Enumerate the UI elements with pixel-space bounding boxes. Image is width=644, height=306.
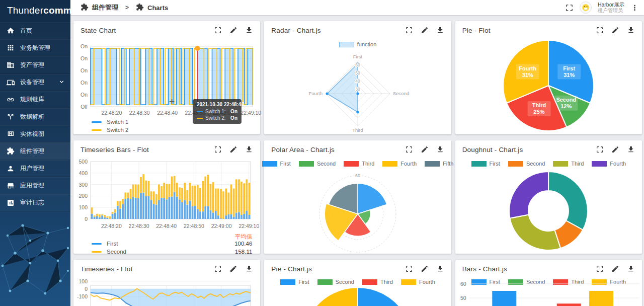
- edit-button[interactable]: [611, 265, 619, 273]
- timeseries-plot[interactable]: 1000-100: [73, 278, 260, 306]
- legend-label: Switch 1: [107, 119, 128, 125]
- sidebar-item-7[interactable]: 组件管理: [0, 142, 70, 160]
- fullscreen-button[interactable]: [596, 26, 604, 34]
- topbar: 组件管理 > Charts Harbor展示 租户管理员: [70, 0, 644, 15]
- dashboard-grid: State Chart OnOnOnOnOnOff22:48:2022:48:3…: [70, 15, 644, 306]
- edit-button[interactable]: [421, 145, 429, 154]
- download-button[interactable]: [436, 265, 444, 273]
- legend-item[interactable]: First: [280, 279, 309, 285]
- legend-item[interactable]: Third: [344, 161, 374, 167]
- legend-label: Third: [571, 161, 584, 167]
- sidebar-item-4[interactable]: 规则链库: [0, 91, 70, 108]
- axis-tick-label: 50: [455, 295, 466, 301]
- edit-button[interactable]: [229, 145, 237, 154]
- doughnut-plot[interactable]: FirstSecondThirdFourth: [455, 159, 642, 254]
- state-chart-tooltip: 2021-10-30 22:48:48Switch 1:OnSwitch 2:O…: [193, 99, 242, 124]
- user-menu[interactable]: Harbor展示 租户管理员: [598, 2, 624, 14]
- fullscreen-button[interactable]: [565, 4, 574, 12]
- fullscreen-button[interactable]: [214, 145, 222, 154]
- fullscreen-button[interactable]: [214, 26, 222, 34]
- legend-item[interactable]: Second: [299, 161, 336, 167]
- sidebar-item-6[interactable]: 实体视图: [0, 125, 70, 142]
- breadcrumb-item-components[interactable]: 组件管理: [80, 3, 118, 13]
- legend-swatch: [280, 279, 295, 285]
- download-button[interactable]: [245, 26, 253, 34]
- download-button[interactable]: [245, 145, 253, 154]
- axis-tick-label: On: [74, 55, 88, 61]
- sidebar-item-5[interactable]: 数据解析: [0, 108, 70, 125]
- timeseries-bars-plot[interactable]: 010020030040050022:48:2022:48:3022:48:40…: [73, 159, 260, 254]
- sidebar-item-label: 数据解析: [20, 113, 44, 121]
- legend-swatch: [339, 42, 354, 47]
- legend-item[interactable]: Fourth: [592, 161, 626, 167]
- edit-button[interactable]: [229, 26, 237, 34]
- svg-text:Second: Second: [393, 91, 409, 96]
- card-doughnut: Doughnut - Chart.js FirstSecondThirdFour…: [455, 140, 642, 254]
- legend-swatch: [317, 279, 333, 285]
- svg-text:First: First: [353, 54, 363, 59]
- card-title: Timeseries Bars - Flot: [80, 146, 149, 154]
- legend-item[interactable]: Second: [317, 279, 354, 285]
- pie-flot-plot[interactable]: First31%Second12%Third25%Fourth31%: [455, 39, 642, 134]
- fullscreen-button[interactable]: [596, 265, 604, 273]
- edit-button[interactable]: [421, 265, 429, 273]
- axis-tick-label: Off: [74, 104, 88, 110]
- fullscreen-icon: [405, 26, 413, 34]
- download-icon: [436, 145, 444, 154]
- fullscreen-icon: [596, 145, 604, 154]
- svg-text:31%: 31%: [522, 72, 533, 78]
- legend-item[interactable]: Second: [508, 161, 545, 167]
- split-icon: [7, 113, 15, 121]
- legend-item[interactable]: First: [471, 161, 500, 167]
- download-button[interactable]: [627, 145, 635, 154]
- sidebar-item-9[interactable]: 应用管理: [0, 177, 70, 194]
- sidebar-item-0[interactable]: 首页: [0, 22, 70, 39]
- state-chart-plot[interactable]: OnOnOnOnOnOff22:48:2022:48:3022:48:4022:…: [73, 39, 260, 134]
- sidebar-item-3[interactable]: 设备管理: [0, 74, 70, 91]
- legend-item[interactable]: Third: [362, 279, 393, 285]
- link-icon: [7, 96, 15, 104]
- download-button[interactable]: [436, 26, 444, 34]
- breadcrumb-item-charts[interactable]: Charts: [136, 3, 168, 13]
- legend-item[interactable]: First: [262, 161, 291, 167]
- fullscreen-button[interactable]: [405, 145, 413, 154]
- fullscreen-button[interactable]: [405, 26, 413, 34]
- download-button[interactable]: [627, 26, 635, 34]
- edit-button[interactable]: [229, 265, 237, 273]
- svg-text:50: 50: [355, 70, 360, 75]
- chevron-down-icon: [58, 78, 65, 86]
- legend-label: Switch 2: [107, 127, 128, 133]
- bars-chartjs-plot[interactable]: FirstSecondThirdFourth6050: [455, 278, 642, 306]
- svg-text:Fourth: Fourth: [519, 65, 537, 71]
- legend-swatch: [92, 121, 102, 123]
- download-button[interactable]: [436, 145, 444, 154]
- legend-item[interactable]: Fourth: [401, 279, 435, 285]
- avatar[interactable]: [580, 2, 592, 14]
- legend-item[interactable]: Fifth: [425, 161, 453, 167]
- pie-chartjs-plot[interactable]: FirstSecondThirdFourth: [264, 278, 451, 306]
- more-menu-button[interactable]: [630, 4, 639, 12]
- sidebar-item-2[interactable]: 资产管理: [0, 56, 70, 73]
- edit-button[interactable]: [611, 26, 619, 34]
- legend-item[interactable]: Third: [553, 161, 584, 167]
- fullscreen-icon: [565, 4, 574, 12]
- legend-label: First: [298, 279, 309, 285]
- radar-chart-plot[interactable]: functionFirstSecondThirdFourth60504030: [264, 39, 451, 134]
- edit-button[interactable]: [611, 145, 619, 154]
- download-button[interactable]: [245, 265, 253, 273]
- sidebar-item-1[interactable]: 业务舱管理: [0, 39, 70, 56]
- axis-tick-label: 200: [74, 193, 88, 199]
- download-button[interactable]: [627, 265, 635, 273]
- fullscreen-button[interactable]: [596, 145, 604, 154]
- svg-text:25%: 25%: [534, 109, 545, 115]
- fullscreen-button[interactable]: [405, 265, 413, 273]
- sidebar-item-8[interactable]: 用户管理: [0, 160, 70, 177]
- polar-area-plot[interactable]: FirstSecondThirdFourthFifth60: [264, 159, 451, 254]
- card-state-chart: State Chart OnOnOnOnOnOff22:48:2022:48:3…: [73, 21, 260, 134]
- legend-item[interactable]: function: [339, 41, 377, 47]
- puzzle-icon: [136, 3, 144, 13]
- legend-item[interactable]: Fourth: [382, 161, 417, 167]
- axis-tick-label: On: [74, 67, 88, 73]
- fullscreen-button[interactable]: [214, 265, 222, 273]
- edit-button[interactable]: [421, 26, 429, 34]
